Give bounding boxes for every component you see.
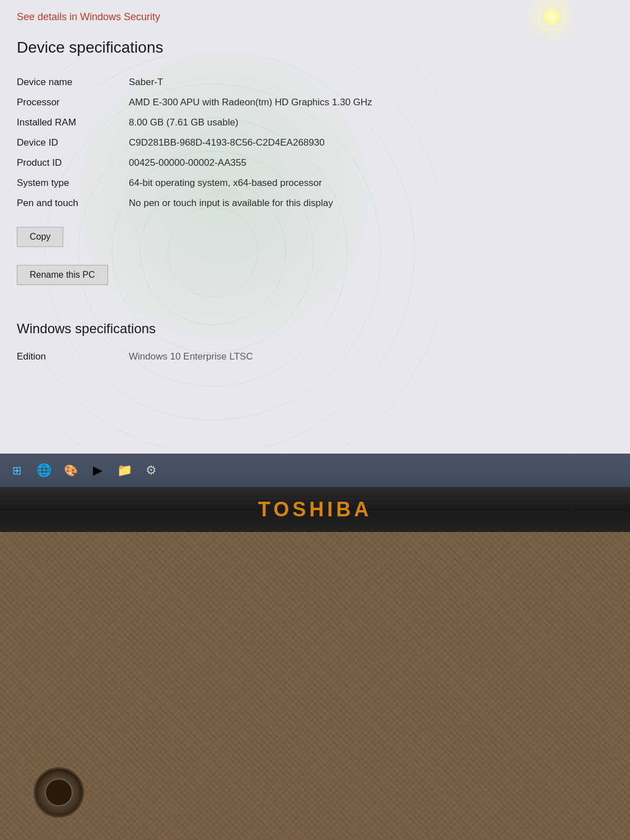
edge-icon[interactable]: 🌐 [31, 458, 56, 483]
spec-label: Edition [17, 348, 129, 366]
folder-icon: 📁 [117, 463, 132, 478]
main-content: See details in Windows Security Device s… [0, 0, 630, 454]
media-player-icon: ▶ [93, 463, 102, 478]
copy-button[interactable]: Copy [17, 227, 63, 247]
spec-label: Processor [17, 92, 129, 113]
spec-label: Installed RAM [17, 113, 129, 133]
colorful-icon: 🎨 [64, 464, 78, 477]
bag-texture [0, 532, 630, 840]
see-details-link[interactable]: See details in Windows Security [17, 11, 608, 23]
file-explorer-icon[interactable]: 📁 [112, 458, 137, 483]
windows-icon: ⊞ [12, 464, 22, 477]
spec-label: Product ID [17, 153, 129, 173]
bag-surface [0, 532, 630, 840]
settings-icon[interactable]: ⚙ [139, 458, 164, 483]
spec-value: No pen or touch input is available for t… [129, 193, 608, 213]
spec-value: Saber-T [129, 72, 608, 92]
spec-label: Device name [17, 72, 129, 92]
device-specs-table: Device name Saber-T Processor AMD E-300 … [17, 72, 608, 213]
laptop-bezel: TOSHIBA [0, 487, 630, 532]
spec-value: AMD E-300 APU with Radeon(tm) HD Graphic… [129, 92, 608, 113]
spec-label: Device ID [17, 133, 129, 153]
spec-value: 64-bit operating system, x64-based proce… [129, 173, 608, 193]
spec-value: C9D281BB-968D-4193-8C56-C2D4EA268930 [129, 133, 608, 153]
windows-specs-title: Windows specifications [17, 321, 608, 337]
rename-pc-button[interactable]: Rename this PC [17, 265, 108, 285]
table-row: Edition Windows 10 Enterprise LTSC [17, 348, 608, 366]
table-row: System type 64-bit operating system, x64… [17, 173, 608, 193]
table-row: Product ID 00425-00000-00002-AA355 [17, 153, 608, 173]
device-specs-title: Device specifications [17, 39, 608, 57]
spec-value: 00425-00000-00002-AA355 [129, 153, 608, 173]
spec-value: 8.00 GB (7.61 GB usable) [129, 113, 608, 133]
bag-circle-ornament [34, 767, 84, 818]
table-row: Installed RAM 8.00 GB (7.61 GB usable) [17, 113, 608, 133]
color-app-icon[interactable]: 🎨 [58, 458, 83, 483]
start-button[interactable]: ⊞ [4, 458, 29, 483]
bag-circle-inner [45, 778, 73, 806]
gear-icon: ⚙ [146, 463, 157, 478]
windows-specs-table: Edition Windows 10 Enterprise LTSC [17, 348, 608, 366]
table-row: Device name Saber-T [17, 72, 608, 92]
spec-value: Windows 10 Enterprise LTSC [129, 348, 608, 366]
laptop-screen: See details in Windows Security Device s… [0, 0, 630, 487]
toshiba-logo: TOSHIBA [258, 498, 372, 521]
spec-label: System type [17, 173, 129, 193]
table-row: Pen and touch No pen or touch input is a… [17, 193, 608, 213]
spec-label: Pen and touch [17, 193, 129, 213]
table-row: Processor AMD E-300 APU with Radeon(tm) … [17, 92, 608, 113]
browser-icon: 🌐 [36, 463, 52, 478]
taskbar: ⊞ 🌐 🎨 ▶ 📁 ⚙ [0, 454, 630, 487]
media-icon[interactable]: ▶ [85, 458, 110, 483]
table-row: Device ID C9D281BB-968D-4193-8C56-C2D4EA… [17, 133, 608, 153]
